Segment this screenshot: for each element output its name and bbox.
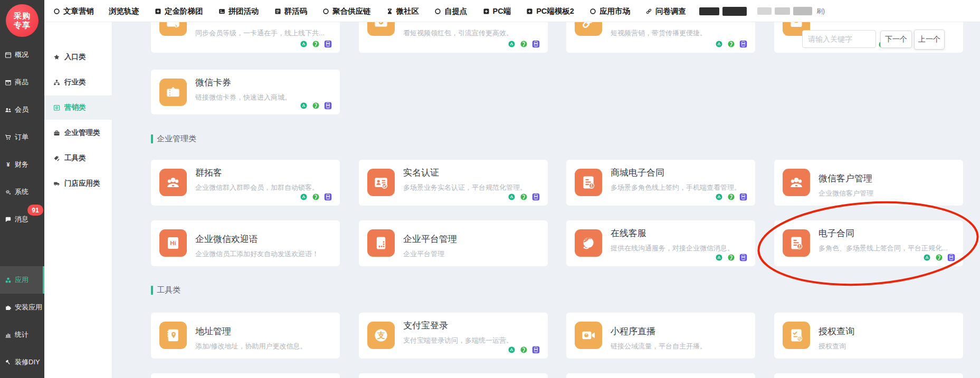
card-title: 在线客服 bbox=[611, 227, 646, 239]
app-card-企业微信欢迎语[interactable]: Hi企业微信欢迎语企业微信员工添加好友自动发送欢迎语！ bbox=[151, 220, 340, 266]
nav-item-PC端[interactable]: PC端 bbox=[482, 0, 511, 22]
platform-badges: WAP bbox=[715, 40, 748, 49]
category-item-label: 门店应用类 bbox=[64, 179, 100, 188]
app-card-clipped[interactable] bbox=[151, 373, 340, 378]
category-item-label: 行业类 bbox=[64, 77, 86, 87]
app-card-在线客服[interactable]: 在线客服提供在线沟通服务，对接企业微信消息。WAP bbox=[566, 220, 755, 266]
ticket-icon bbox=[159, 79, 187, 106]
badge-h5-icon bbox=[311, 40, 320, 49]
category-item-入口类[interactable]: 入口类 bbox=[44, 45, 112, 69]
app-card-微信客户管理[interactable]: 微信客户管理企业微信客户管理 bbox=[774, 160, 963, 206]
app-card-群拓客[interactable]: 群拓客企业微信群入群即会员，加群自动锁客。WAP bbox=[151, 160, 340, 206]
nav-item-PC端模板2[interactable]: PC端模板2 bbox=[526, 0, 574, 22]
badge-mp-icon bbox=[507, 345, 516, 354]
nav-item-自提点[interactable]: 自提点 bbox=[434, 0, 468, 22]
sidebar-item-label: 装修DIY bbox=[15, 357, 40, 367]
card-desc: 企业微信客户管理 bbox=[819, 189, 957, 198]
nav-item-定金阶梯团[interactable]: 定金阶梯团 bbox=[154, 0, 203, 22]
badge-h5-icon bbox=[727, 192, 736, 201]
sidebar-item-统计[interactable]: 统计 bbox=[0, 325, 44, 344]
finance-icon: ¥ bbox=[4, 161, 12, 169]
app-card-电子合同[interactable]: 电子合同多角色、多场景线上签合同，平台正规化...WAP bbox=[774, 220, 963, 266]
sidebar-item-安装应用[interactable]: 安装应用 bbox=[0, 298, 44, 317]
sidebar-item-系统[interactable]: 系统 bbox=[0, 182, 44, 201]
app-card-clipped[interactable] bbox=[774, 373, 963, 378]
alipay-icon: 支 bbox=[367, 322, 395, 349]
nav-item-群活码[interactable]: 群活码 bbox=[274, 0, 308, 22]
prev-button[interactable]: 上一个 bbox=[914, 30, 945, 50]
sidebar-item-财务[interactable]: ¥财务 bbox=[0, 155, 44, 174]
category-item-企业管理类[interactable]: 企业管理类 bbox=[44, 121, 112, 145]
sidebar-item-商品[interactable]: 商品 bbox=[0, 73, 44, 92]
sidebar-item-label: 安装应用 bbox=[15, 303, 42, 312]
sidebar-item-应用[interactable]: 应用 bbox=[0, 266, 44, 294]
hi-icon: Hi bbox=[159, 229, 187, 257]
app-card-企业平台管理[interactable]: 企业平台管理企业平台管理 bbox=[359, 220, 548, 266]
nav-item-label: 文章营销 bbox=[63, 6, 94, 16]
members-icon bbox=[4, 106, 12, 114]
category-item-门店应用类[interactable]: 门店应用类 bbox=[44, 171, 112, 196]
sidebar-item-会员[interactable]: 会员 bbox=[0, 100, 44, 119]
svg-text:WAP: WAP bbox=[741, 43, 745, 45]
app-card-微信卡券[interactable]: 微信卡券链接微信卡券，快速进入商城。WAP bbox=[151, 70, 340, 114]
badge-wap-icon: WAP bbox=[739, 40, 748, 49]
section-header-bar bbox=[151, 286, 153, 295]
nav-item-文章营销[interactable]: 文章营销 bbox=[53, 0, 94, 22]
badge-wap-icon: WAP bbox=[531, 345, 540, 354]
svg-text:WAP: WAP bbox=[326, 104, 330, 106]
app-card-实名认证[interactable]: 实名认证多场景业务实名认证，平台规范化管理。WAP bbox=[359, 160, 548, 206]
app-card[interactable]: 短视频营销，带货传播更便捷。WAP bbox=[566, 22, 755, 53]
nav-item-浏览轨迹[interactable]: 浏览轨迹 bbox=[109, 0, 139, 22]
badge-h5-icon bbox=[935, 253, 944, 262]
category-item-工具类[interactable]: 工具类 bbox=[44, 146, 112, 170]
app-card-地址管理[interactable]: 地址管理添加/修改地址，协助用户更改信息。 bbox=[151, 313, 340, 358]
sidebar-item-装修DIY[interactable]: 装修DIY bbox=[0, 353, 44, 372]
app-card-clipped[interactable] bbox=[359, 373, 548, 378]
card-desc: 短视频营销，带货传播更便捷。 bbox=[611, 28, 749, 38]
system-icon bbox=[4, 188, 12, 196]
app-card[interactable]: 看短视频领红包，引流宣传更高效。WAP bbox=[359, 22, 548, 53]
app-card-小程序直播[interactable]: 小程序直播链接公域流量，平台自主开播。 bbox=[566, 313, 755, 358]
badge-wap-icon: WAP bbox=[324, 40, 332, 49]
address-icon bbox=[159, 322, 187, 349]
plus-square-icon bbox=[482, 7, 490, 15]
search-input[interactable] bbox=[802, 30, 876, 48]
app-card-clipped[interactable] bbox=[566, 373, 755, 378]
card-title: 小程序直播 bbox=[611, 325, 655, 337]
svg-text:WAP: WAP bbox=[534, 348, 538, 351]
nav-item-聚合供应链[interactable]: 聚合供应链 bbox=[322, 0, 371, 22]
nav-item-问卷调查[interactable]: 问卷调查 bbox=[645, 0, 686, 22]
app-card-商城电子合同[interactable]: 商城电子合同多场景多角色线上签约，手机端查看管理。WAP bbox=[566, 160, 755, 206]
orders-icon bbox=[4, 133, 12, 141]
section-header-label: 工具类 bbox=[157, 285, 180, 295]
nav-item-应用市场[interactable]: 应用市场 bbox=[589, 0, 630, 22]
category-item-行业类[interactable]: 行业类 bbox=[44, 70, 112, 94]
badge-wap-icon: WAP bbox=[531, 192, 540, 201]
redacted-suffix-text: 刷) bbox=[816, 7, 825, 16]
app-card-授权查询[interactable]: 授权查询授权查询 bbox=[774, 313, 963, 358]
card-desc: 同步会员等级，一卡通在手，线上线下共... bbox=[195, 28, 334, 38]
nav-item-label: 拼团活动 bbox=[229, 6, 259, 16]
member-card-icon bbox=[159, 22, 187, 36]
video-icon bbox=[367, 22, 395, 36]
main-sidebar: 采购 专享 概况商品会员订单¥财务系统消息91应用安装应用统计装修DIY bbox=[0, 0, 44, 378]
install-icon bbox=[4, 304, 12, 312]
nav-item-拼团活动[interactable]: 拼团活动 bbox=[218, 0, 259, 22]
platform-badges: WAP bbox=[507, 345, 540, 354]
next-button[interactable]: 下一个 bbox=[880, 31, 912, 48]
app-card-支付宝登录[interactable]: 支支付宝登录支付宝端登录访问，多端统一运营。WAP bbox=[359, 313, 548, 358]
platform-badges: WAP bbox=[715, 253, 748, 262]
section-header-label: 企业管理类 bbox=[157, 134, 196, 144]
diy-icon bbox=[4, 358, 12, 366]
app-card[interactable]: 同步会员等级，一卡通在手，线上线下共...WAP bbox=[151, 22, 340, 53]
nav-item-微社区[interactable]: 微社区 bbox=[386, 0, 420, 22]
sidebar-item-概况[interactable]: 概况 bbox=[0, 45, 44, 64]
sidebar-item-订单[interactable]: 订单 bbox=[0, 128, 44, 147]
idcard-icon bbox=[367, 169, 395, 196]
badge-h5-icon bbox=[311, 101, 320, 110]
badge-mp-icon bbox=[299, 101, 308, 110]
brand-logo[interactable]: 采购 专享 bbox=[6, 4, 39, 37]
category-sidebar: 入口类行业类营销类企业管理类工具类门店应用类 bbox=[44, 22, 112, 378]
category-item-营销类[interactable]: 营销类 bbox=[44, 95, 112, 120]
svg-text:WAP: WAP bbox=[741, 196, 745, 198]
